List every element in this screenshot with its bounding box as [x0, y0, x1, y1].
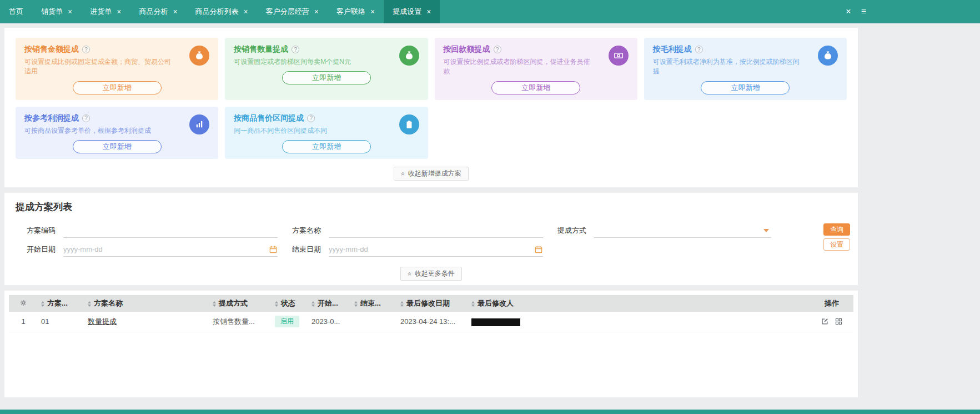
close-icon[interactable]: × [426, 8, 431, 16]
calendar-icon[interactable] [269, 245, 278, 254]
close-icon[interactable]: × [173, 8, 177, 16]
tab-label: 客户联络 [336, 7, 365, 17]
plans-table-panel: 方案... 方案名称 提成方式 状态 开始... 结束... 最后修改日期 最后… [4, 291, 858, 397]
card-title: 按商品售价区间提成 [234, 113, 304, 123]
commission-cards-panel: 按销售金额提成 ? 可设置提成比例或固定提成金额；商贸、贸易公司适用 立即新增 … [4, 28, 858, 187]
card-reference-profit: 按参考利润提成 ? 可按商品设置参考单价，根据参考利润提成 立即新增 [16, 107, 218, 159]
table-row[interactable]: 1 01 数量提成 按销售数量... 启用 2023-0... 2023-04-… [9, 312, 853, 332]
tab-customer-segmentation[interactable]: 客户分层经营 × [257, 0, 328, 23]
sort-icon[interactable] [354, 301, 358, 307]
close-icon[interactable]: × [117, 8, 121, 16]
plans-table: 方案... 方案名称 提成方式 状态 开始... 结束... 最后修改日期 最后… [9, 295, 853, 332]
tab-sales-invoice[interactable]: 销货单 × [32, 0, 81, 23]
row-actions [810, 312, 853, 332]
plan-name-link[interactable]: 数量提成 [88, 317, 117, 326]
end-date-input[interactable] [329, 245, 534, 253]
filter-plan-code: 方案编码 [27, 223, 292, 238]
plan-list-panel: 提成方案列表 方案编码 方案名称 提成方式 [4, 193, 858, 285]
calendar-icon[interactable] [534, 245, 543, 254]
collapse-filters-label: 收起更多条件 [415, 269, 455, 278]
filters-area: 方案编码 方案名称 提成方式 [4, 221, 858, 259]
topbar-inner: 首页 销货单 × 进货单 × 商品分析 × 商品分析列表 × 客户分层经营 × … [0, 0, 872, 23]
tab-product-analysis[interactable]: 商品分析 × [130, 0, 186, 23]
close-icon[interactable]: × [68, 8, 72, 16]
grid-icon[interactable] [835, 317, 843, 326]
help-icon[interactable]: ? [82, 114, 90, 122]
tab-customer-contact[interactable]: 客户联络 × [328, 0, 384, 23]
filter-actions: 查询 设置 [823, 223, 850, 251]
bar-chart-icon [189, 114, 209, 134]
commission-method-select[interactable] [594, 223, 771, 238]
header-start-date[interactable]: 开始... [308, 295, 351, 312]
plan-name-input[interactable] [329, 226, 543, 235]
card-description: 可设置提成比例或固定提成金额；商贸、贸易公司适用 [24, 57, 209, 77]
tab-label: 客户分层经营 [266, 7, 309, 17]
add-now-button[interactable]: 立即新增 [73, 81, 162, 94]
start-date-input[interactable] [63, 245, 269, 253]
top-tab-bar: 首页 销货单 × 进货单 × 商品分析 × 商品分析列表 × 客户分层经营 × … [0, 0, 980, 23]
card-description: 可设置毛利或者净利为基准，按比例提或阶梯区间提 [653, 57, 838, 77]
sort-icon[interactable] [471, 301, 475, 307]
add-now-button[interactable]: 立即新增 [73, 140, 162, 153]
card-title: 按销售金额提成 [24, 44, 79, 54]
help-icon[interactable]: ? [494, 46, 501, 53]
header-modified-by[interactable]: 最后修改人 [468, 295, 810, 312]
close-icon[interactable]: × [370, 8, 375, 16]
tab-purchase-invoice[interactable]: 进货单 × [81, 0, 130, 23]
help-icon[interactable]: ? [307, 114, 315, 122]
edit-icon[interactable] [821, 317, 829, 326]
collapse-cards-button[interactable]: » 收起新增提成方案 [394, 167, 469, 181]
card-description: 可设置按比例提成或者阶梯区间提，促进业务员催款 [444, 57, 629, 77]
sort-icon[interactable] [88, 301, 91, 307]
sort-icon[interactable] [41, 301, 44, 307]
chevron-up-icon: » [406, 272, 413, 276]
help-icon[interactable]: ? [695, 46, 703, 53]
header-end-date[interactable]: 结束... [351, 295, 397, 312]
add-now-button[interactable]: 立即新增 [282, 140, 371, 153]
card-title-row: 按毛利提成 ? [653, 44, 838, 54]
add-now-button[interactable]: 立即新增 [282, 71, 371, 84]
add-now-button[interactable]: 立即新增 [491, 81, 580, 94]
close-icon[interactable]: × [314, 8, 319, 16]
tab-label: 商品分析 [139, 7, 168, 17]
gear-icon[interactable] [19, 301, 28, 309]
header-plan-name[interactable]: 方案名称 [84, 295, 209, 312]
help-icon[interactable]: ? [82, 46, 90, 53]
row-plan-code: 01 [38, 312, 84, 332]
tab-commission-settings[interactable]: 提成设置 × [384, 0, 440, 23]
add-now-button[interactable]: 立即新增 [701, 81, 790, 94]
close-icon[interactable]: × [244, 8, 248, 16]
header-commission-method[interactable]: 提成方式 [209, 295, 272, 312]
header-actions: 操作 [810, 295, 853, 312]
menu-icon[interactable]: ≡ [861, 7, 866, 16]
help-icon[interactable]: ? [292, 46, 299, 53]
tab-home[interactable]: 首页 [0, 0, 32, 23]
sort-icon[interactable] [400, 301, 404, 307]
row-modified-date: 2023-04-24 13:... [397, 312, 468, 332]
header-status[interactable]: 状态 [272, 295, 308, 312]
filter-plan-name: 方案名称 [292, 223, 557, 238]
search-button[interactable]: 查询 [823, 223, 850, 236]
collapse-cards-label: 收起新增提成方案 [408, 169, 461, 178]
chevron-down-icon[interactable] [763, 229, 769, 232]
close-icon[interactable]: × [846, 7, 851, 16]
settings-button[interactable]: 设置 [823, 238, 850, 251]
start-date-label: 开始日期 [27, 245, 56, 255]
column-settings-header[interactable] [9, 295, 38, 312]
sort-icon[interactable] [311, 301, 315, 307]
plan-code-input[interactable] [63, 226, 278, 235]
money-bag-icon [399, 46, 419, 66]
header-plan-code[interactable]: 方案... [38, 295, 84, 312]
end-date-label: 结束日期 [292, 245, 321, 255]
tab-label: 提成设置 [393, 7, 421, 17]
sort-icon[interactable] [213, 301, 216, 307]
sort-icon[interactable] [275, 301, 278, 307]
card-sales-quantity: 按销售数量提成 ? 可设置固定或者阶梯区间每卖M个提N元 立即新增 [225, 38, 428, 100]
plan-name-label: 方案名称 [292, 226, 321, 236]
plan-code-label: 方案编码 [27, 226, 56, 236]
collapse-filters-button[interactable]: » 收起更多条件 [400, 267, 462, 281]
filter-row-1: 方案编码 方案名称 提成方式 [4, 221, 858, 240]
tab-product-analysis-list[interactable]: 商品分析列表 × [187, 0, 257, 23]
row-method: 按销售数量... [209, 312, 272, 332]
header-modified-date[interactable]: 最后修改日期 [397, 295, 468, 312]
